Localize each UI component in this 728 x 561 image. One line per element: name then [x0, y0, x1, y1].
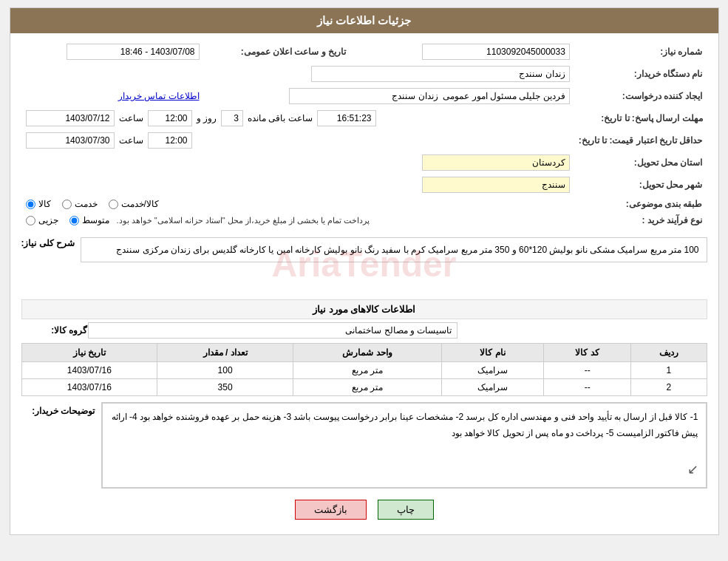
category-goods-service-item: کالا/خدمت — [109, 199, 159, 209]
main-container: جزئیات اطلاعات نیاز شماره نیاز: تاریخ و … — [10, 7, 719, 535]
back-button[interactable]: بازگشت — [295, 500, 367, 520]
goods-group-row: گروه کالا: — [21, 322, 707, 339]
cell-row: 2 — [630, 379, 707, 396]
city-cell — [21, 174, 574, 196]
edit-icon: ↙ — [687, 462, 698, 477]
description-box: 100 متر مربع سرامیک مشکی نانو بولیش 120*… — [81, 237, 707, 262]
province-label: استان محل تحویل: — [574, 152, 707, 174]
date-time-cell — [21, 41, 204, 63]
description-row: شرح کلی نیاز: 100 متر مربع سرامیک مشکی ن… — [21, 234, 707, 265]
description-text: 100 متر مربع سرامیک مشکی نانو بولیش 120*… — [116, 245, 698, 255]
date-time-input[interactable] — [67, 44, 200, 60]
category-goods-service-label: کالا/خدمت — [121, 199, 159, 209]
min-price-date-input[interactable] — [26, 132, 115, 149]
deadline-time-input[interactable] — [148, 110, 192, 126]
need-number-input[interactable] — [422, 44, 570, 60]
deadline-days-input[interactable] — [221, 110, 243, 126]
category-row: طبقه بندی موضوعی: کالا خدمت — [21, 196, 707, 212]
cell-unit: متر مربع — [293, 379, 441, 396]
goods-tbody: 1 -- سرامیک متر مربع 100 1403/07/16 2 --… — [21, 362, 707, 396]
table-row: 2 -- سرامیک متر مربع 350 1403/07/16 — [21, 379, 707, 396]
buyer-notes-label: توضیحات خریدار: — [21, 402, 95, 416]
contact-link-cell: اطلاعات تماس خریدار — [21, 85, 204, 107]
deadline-time-label: ساعت — [119, 113, 143, 123]
creator-label: ایجاد کننده درخواست: — [574, 85, 707, 107]
category-service-label: خدمت — [75, 199, 98, 209]
category-label: طبقه بندی موضوعی: — [574, 196, 707, 212]
col-row: ردیف — [630, 344, 707, 362]
cell-row: 1 — [630, 362, 707, 379]
col-code: کد کالا — [544, 344, 631, 362]
min-price-label: حداقل تاریخ اعتبار قیمت: تا تاریخ: — [574, 129, 707, 152]
deadline-date-input[interactable] — [26, 110, 115, 126]
creator-cell — [204, 85, 574, 107]
process-note: پرداخت تمام یا بخشی از مبلغ خرید،از محل … — [117, 216, 370, 225]
cell-name: سرامیک — [442, 362, 544, 379]
contact-link[interactable]: اطلاعات تماس خریدار — [118, 91, 200, 101]
table-row: 1 -- سرامیک متر مربع 100 1403/07/16 — [21, 362, 707, 379]
buyer-name-input[interactable] — [311, 66, 570, 82]
category-goods-label: کالا — [38, 199, 51, 209]
goods-group-label: گروه کالا: — [21, 325, 88, 336]
category-service-item: خدمت — [62, 199, 98, 209]
deadline-remaining-input[interactable] — [317, 110, 376, 126]
buyer-name-label: نام دستگاه خریدار: — [574, 63, 707, 85]
deadline-row: مهلت ارسال پاسخ: تا تاریخ: ساعت روز و سا… — [21, 107, 707, 129]
need-number-label: شماره نیاز: — [574, 41, 707, 63]
category-cell: کالا خدمت کالا/خدمت — [21, 196, 574, 212]
min-price-cell: ساعت — [21, 129, 574, 152]
process-content: جزیی متوسط پرداخت تمام یا بخشی از مبلغ خ… — [26, 215, 570, 225]
cell-date: 1403/07/16 — [21, 379, 157, 396]
creator-row: ایجاد کننده درخواست: اطلاعات تماس خریدار — [21, 85, 707, 107]
cell-unit: متر مربع — [293, 362, 441, 379]
category-goods-service-radio[interactable] — [109, 200, 118, 209]
info-table: شماره نیاز: تاریخ و ساعت اعلان عمومی: نا… — [21, 41, 707, 228]
category-service-radio[interactable] — [62, 200, 72, 209]
city-label: شهر محل تحویل: — [574, 174, 707, 196]
page-header: جزئیات اطلاعات نیاز — [10, 8, 718, 33]
goods-table: ردیف کد کالا نام کالا واحد شمارش تعداد /… — [21, 343, 707, 396]
description-section-label: شرح کلی نیاز: — [21, 234, 75, 248]
process-part-item: جزیی — [26, 215, 58, 225]
process-row: نوع فرآیند خرید : جزیی متوسط — [21, 212, 707, 228]
buyer-notes-box: 1- کالا قبل از ارسال به تأیید واحد فنی و… — [101, 402, 707, 489]
col-unit: واحد شمارش — [293, 344, 441, 362]
min-price-row: حداقل تاریخ اعتبار قیمت: تا تاریخ: ساعت — [21, 129, 707, 152]
process-part-radio[interactable] — [26, 216, 35, 225]
process-part-label: جزیی — [38, 215, 58, 225]
deadline-day-label: روز و — [197, 113, 217, 123]
category-goods-radio[interactable] — [26, 200, 35, 209]
min-price-time-input[interactable] — [148, 132, 192, 149]
print-button[interactable]: چاپ — [378, 500, 434, 520]
deadline-cell: ساعت روز و ساعت باقی مانده — [21, 107, 574, 129]
province-input[interactable] — [422, 154, 570, 171]
process-cell: جزیی متوسط پرداخت تمام یا بخشی از مبلغ خ… — [21, 212, 574, 228]
process-medium-radio[interactable] — [69, 216, 79, 225]
description-section: AriaTender شرح کلی نیاز: 100 متر مربع سر… — [21, 234, 707, 293]
cell-date: 1403/07/16 — [21, 362, 157, 379]
col-name: نام کالا — [442, 344, 544, 362]
page-title: جزئیات اطلاعات نیاز — [317, 14, 411, 27]
buyer-name-row: نام دستگاه خریدار: — [21, 63, 707, 85]
min-price-inline: ساعت — [26, 132, 570, 149]
cell-qty: 100 — [157, 362, 293, 379]
province-cell — [21, 152, 574, 174]
creator-input[interactable] — [289, 88, 570, 104]
content-area: شماره نیاز: تاریخ و ساعت اعلان عمومی: نا… — [10, 33, 718, 534]
col-date: تاریخ نیاز — [21, 344, 157, 362]
buyer-name-cell — [21, 63, 574, 85]
process-medium-item: متوسط — [69, 215, 109, 225]
city-input[interactable] — [422, 177, 570, 193]
cell-qty: 350 — [157, 379, 293, 396]
goods-section-title: اطلاعات کالاهای مورد نیاز — [21, 299, 707, 319]
goods-header-row: ردیف کد کالا نام کالا واحد شمارش تعداد /… — [21, 344, 707, 362]
col-qty: تعداد / مقدار — [157, 344, 293, 362]
process-radio-group: جزیی متوسط — [26, 215, 109, 225]
category-goods-item: کالا — [26, 199, 51, 209]
process-medium-label: متوسط — [82, 215, 109, 225]
date-time-label: تاریخ و ساعت اعلان عمومی: — [204, 41, 351, 63]
buyer-notes-section: توضیحات خریدار: 1- کالا قبل از ارسال به … — [21, 402, 707, 489]
need-number-row: شماره نیاز: تاریخ و ساعت اعلان عمومی: — [21, 41, 707, 63]
goods-group-input[interactable] — [88, 322, 457, 339]
need-number-cell — [372, 41, 574, 63]
